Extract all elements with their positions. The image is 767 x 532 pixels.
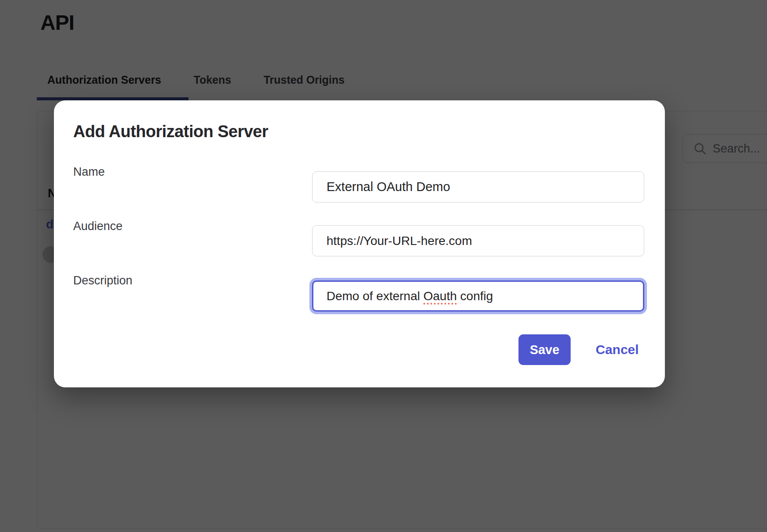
audience-field[interactable]: https://Your-URL-here.com	[312, 225, 644, 256]
cancel-button[interactable]: Cancel	[593, 334, 641, 365]
misspelled-word: Oauth	[423, 289, 457, 303]
name-field-value: External OAuth Demo	[327, 180, 450, 194]
add-authorization-server-modal: Add Authorization Server Name External O…	[54, 100, 665, 387]
audience-field-value: https://Your-URL-here.com	[327, 234, 472, 248]
description-label: Description	[73, 274, 132, 287]
audience-label: Audience	[73, 220, 123, 233]
modal-title: Add Authorization Server	[73, 122, 268, 141]
description-field[interactable]: Demo of external Oauth config	[312, 280, 644, 312]
screen: API Authorization Servers Tokens Trusted…	[0, 0, 767, 532]
name-field[interactable]: External OAuth Demo	[312, 171, 644, 202]
save-button[interactable]: Save	[518, 334, 571, 365]
name-label: Name	[73, 165, 105, 179]
description-field-value: Demo of external Oauth config	[327, 289, 493, 303]
